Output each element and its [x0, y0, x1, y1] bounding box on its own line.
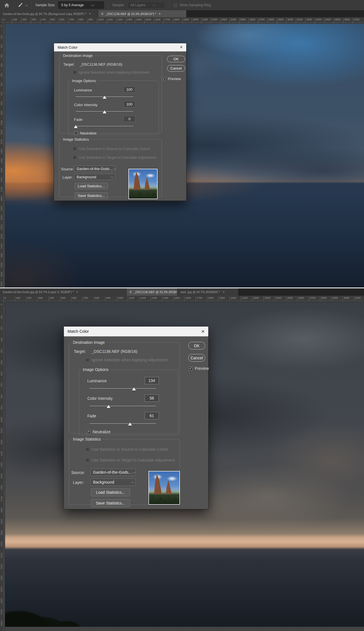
tab-label: Garden-of-the-Gods.jpg @ 84.7% (Backgrou…	[3, 12, 86, 16]
horizontal-ruler[interactable]: 0100200300400500600700800900100011001200…	[0, 296, 364, 302]
luminance-slider[interactable]	[76, 96, 133, 97]
luminance-value-field[interactable]: 100	[123, 86, 135, 93]
top-canvas[interactable]: 0100200300400500600700800900100011001200…	[0, 24, 364, 287]
neutralize-checkbox[interactable]: ✓	[87, 430, 90, 434]
photoshop-screen: Sample Size: 5 by 5 Average Sample: All …	[0, 0, 364, 631]
fade-slider-thumb[interactable]	[128, 422, 132, 426]
fade-value-field[interactable]: 61	[145, 412, 159, 419]
match-color-dialog[interactable]: Match Color × Destination Image Target: …	[54, 43, 187, 201]
luminance-slider-thumb[interactable]	[132, 387, 136, 390]
tab-garden-of-the-gods[interactable]: Garden-of-the-Gods.jpg @ 84.7% (Layer 5,…	[0, 288, 127, 296]
layer-select[interactable]: Background	[90, 478, 136, 486]
ruler-tick-label: 2100	[0, 225, 3, 230]
color-intensity-slider-thumb[interactable]	[103, 110, 107, 113]
eyedropper-tool-button[interactable]	[18, 3, 27, 8]
ruler-tick-label: 100	[15, 297, 20, 302]
vertical-ruler[interactable]: 0100200300400500600700800900100011001200…	[0, 302, 5, 631]
tab-dsc1136-active[interactable]: © _DSC1136.NEF @ 33.3% (RGB/16*) * ×	[127, 288, 177, 296]
dialog-titlebar[interactable]: Match Color ×	[54, 43, 186, 51]
layer-select[interactable]: Background	[74, 174, 115, 180]
tab-close-icon[interactable]: ×	[223, 290, 225, 294]
source-select[interactable]: Garden-of-the-Gods....	[74, 166, 115, 172]
ruler-tick-label: 1600	[0, 485, 3, 490]
ruler-tick-label: 1500	[0, 474, 3, 479]
bottom-canvas[interactable]: 0100200300400500600700800900100011001200…	[0, 302, 364, 631]
neutralize-row[interactable]: ✓ Neutralize	[87, 430, 110, 434]
layer-label: Layer:	[73, 480, 84, 485]
neutralize-label: Neutralize	[93, 430, 110, 434]
preview-row[interactable]: ✓ Preview	[162, 77, 181, 81]
preview-checkbox[interactable]: ✓	[189, 367, 192, 370]
ruler-tick-label: 1900	[182, 18, 189, 24]
close-icon[interactable]: ×	[180, 45, 183, 50]
horizontal-ruler[interactable]: 0100200300400500600700800900100011001200…	[0, 17, 364, 24]
luminance-value-field[interactable]: 134	[145, 377, 159, 384]
ruler-tick-label: 2200	[211, 18, 217, 24]
ruler-tick-label: 300	[0, 338, 3, 342]
image-options-label: Image Options	[81, 367, 110, 372]
load-statistics-button[interactable]: Load Statistics...	[75, 183, 108, 189]
source-select[interactable]: Garden-of-the-Gods....	[90, 469, 136, 476]
color-intensity-slider[interactable]	[76, 111, 133, 112]
ruler-tick-label: 200	[0, 327, 3, 330]
cancel-button[interactable]: Cancel	[167, 65, 185, 72]
fade-slider-thumb[interactable]	[74, 125, 78, 128]
source-value: Garden-of-the-Gods....	[93, 470, 133, 475]
tab-garden-of-the-gods[interactable]: Garden-of-the-Gods.jpg @ 84.7% (Backgrou…	[0, 10, 98, 17]
ruler-tick-label: 2400	[229, 18, 236, 24]
ruler-tick-label: 2000	[192, 18, 198, 24]
tab-close-icon[interactable]: ×	[76, 290, 78, 294]
tab-start-jpg[interactable]: start .jpg @ 44.7% (RGB/8#) * ×	[177, 288, 239, 296]
save-statistics-button[interactable]: Save Statistics...	[75, 192, 108, 199]
ruler-tick-label: 1800	[173, 18, 179, 24]
load-statistics-button[interactable]: Load Statistics...	[91, 488, 130, 496]
sample-size-select[interactable]: 5 by 5 Average	[58, 1, 104, 9]
fade-slider[interactable]	[90, 423, 156, 424]
luminance-slider[interactable]	[90, 388, 156, 389]
ok-button[interactable]: OK	[167, 56, 185, 62]
dialog-titlebar[interactable]: Match Color ×	[64, 327, 208, 336]
preview-row[interactable]: ✓ Preview	[189, 366, 209, 371]
ruler-tick-label: 300	[31, 18, 36, 24]
cancel-button[interactable]: Cancel	[188, 354, 205, 362]
ruler-tick-label: 1400	[162, 297, 168, 302]
ruler-tick-label: 100	[0, 315, 3, 319]
preview-checkbox[interactable]: ✓	[162, 77, 166, 81]
ok-button[interactable]: OK	[188, 342, 205, 349]
cloud-badge-icon: ©	[129, 290, 132, 294]
save-statistics-button[interactable]: Save Statistics...	[91, 499, 130, 507]
ignore-selection-row: Ignore Selection when Applying Adjustmen…	[73, 70, 149, 74]
tab-close-icon[interactable]: ×	[89, 12, 91, 16]
tab-dsc1136-active[interactable]: © _DSC1136.NEF @ 33.3% (RGB/16*) * ×	[98, 10, 187, 17]
ruler-tick-label: 800	[94, 297, 99, 302]
close-icon[interactable]: ×	[201, 328, 205, 335]
ruler-tick-label: 3400	[324, 18, 331, 24]
fade-slider[interactable]	[76, 126, 133, 126]
luminance-slider-thumb[interactable]	[103, 96, 107, 99]
match-color-dialog[interactable]: Match Color × Destination Image Target: …	[64, 326, 209, 509]
tab-close-icon[interactable]: ×	[159, 12, 161, 16]
ruler-tick-label: 2500	[0, 587, 3, 592]
fade-value-field[interactable]: 0	[123, 116, 135, 122]
ruler-tick-label: 1000	[116, 297, 123, 302]
color-intensity-slider[interactable]	[90, 406, 156, 406]
color-intensity-value-field[interactable]: 58	[145, 394, 159, 402]
layer-value: Background	[93, 480, 114, 484]
neutralize-row[interactable]: Neutralize	[74, 131, 97, 135]
color-intensity-value-field[interactable]: 100	[123, 101, 135, 107]
ruler-tick-label: 1100	[0, 428, 3, 433]
target-label: Target:	[63, 62, 75, 66]
ruler-tick-label: 2200	[252, 297, 259, 302]
preview-label: Preview	[168, 77, 181, 81]
ruler-tick-label: 700	[69, 18, 74, 24]
color-intensity-slider-thumb[interactable]	[107, 405, 110, 408]
ruler-tick-label: 500	[0, 73, 3, 77]
use-source-checkbox	[73, 147, 77, 151]
chevron-down-icon	[91, 3, 94, 6]
ruler-tick-label: 0	[0, 25, 3, 27]
home-icon[interactable]	[4, 3, 10, 8]
vertical-ruler[interactable]: 0100200300400500600700800900100011001200…	[0, 24, 5, 287]
source-label: Source:	[61, 167, 74, 171]
ignore-selection-label: Ignore Selection when Applying Adjustmen…	[79, 70, 149, 74]
neutralize-checkbox[interactable]	[74, 131, 78, 135]
